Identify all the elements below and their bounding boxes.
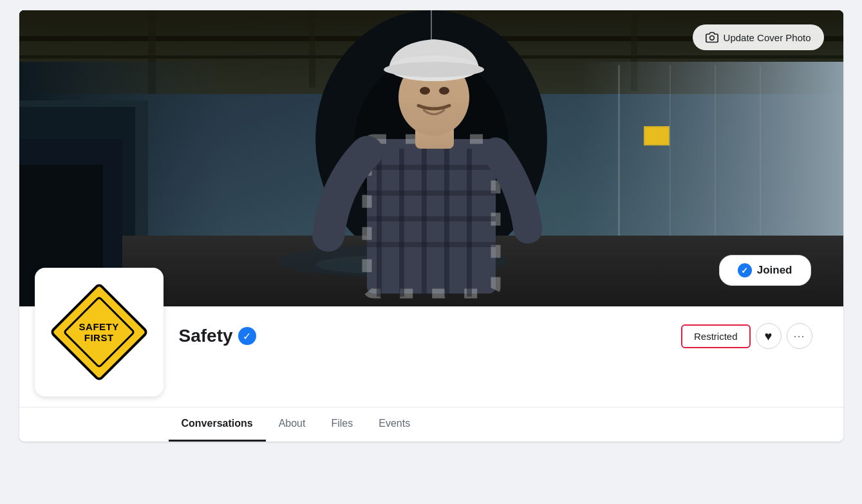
page-header-lower: SAFETY FIRST Safety ✓ Res — [19, 268, 843, 442]
svg-rect-5 — [309, 10, 315, 88]
svg-point-46 — [709, 36, 714, 41]
tab-events[interactable]: Events — [366, 407, 423, 442]
page-avatar: SAFETY FIRST — [40, 273, 158, 391]
restricted-label: Restricted — [694, 331, 738, 342]
safety-diamond: SAFETY FIRST — [49, 282, 149, 382]
first-word: FIRST — [79, 332, 118, 343]
update-cover-photo-button[interactable]: Update Cover Photo — [693, 24, 824, 50]
page-navigation: Conversations About Files Events — [19, 407, 843, 442]
cover-scene-svg — [19, 10, 843, 306]
camera-icon — [706, 31, 718, 44]
safety-word: SAFETY — [79, 322, 118, 333]
verified-badge-icon: ✓ — [238, 327, 256, 345]
tab-files[interactable]: Files — [318, 407, 366, 442]
page-actions: Restricted ♥ ··· — [681, 323, 812, 349]
restricted-button[interactable]: Restricted — [681, 324, 751, 348]
svg-rect-36 — [367, 191, 496, 196]
page-title: Safety — [179, 326, 233, 346]
svg-point-42 — [439, 87, 449, 95]
page-avatar-wrapper: SAFETY FIRST — [35, 268, 164, 397]
svg-rect-35 — [367, 165, 496, 170]
cover-photo: Update Cover Photo ✓ Joined — [19, 10, 843, 306]
safety-diamond-inner: SAFETY FIRST — [62, 295, 135, 368]
svg-point-45 — [384, 62, 484, 77]
svg-rect-37 — [367, 216, 496, 221]
heart-button[interactable]: ♥ — [756, 323, 782, 349]
safety-text: SAFETY FIRST — [79, 322, 118, 343]
more-options-button[interactable]: ··· — [787, 323, 812, 349]
more-icon: ··· — [793, 330, 805, 343]
svg-point-41 — [420, 87, 430, 95]
svg-rect-22 — [645, 127, 668, 144]
tab-conversations[interactable]: Conversations — [169, 407, 266, 442]
update-cover-label: Update Cover Photo — [724, 32, 811, 43]
page-name-section: Safety ✓ Restricted ♥ ··· — [164, 313, 828, 349]
page-name-left: Safety ✓ — [179, 326, 256, 346]
page-info: SAFETY FIRST Safety ✓ Res — [19, 268, 843, 397]
svg-rect-38 — [367, 242, 496, 247]
page-card: Update Cover Photo ✓ Joined SAFETY FI — [19, 10, 843, 442]
tab-about[interactable]: About — [266, 407, 319, 442]
heart-icon: ♥ — [765, 329, 773, 344]
safety-first-sign: SAFETY FIRST — [57, 290, 141, 374]
